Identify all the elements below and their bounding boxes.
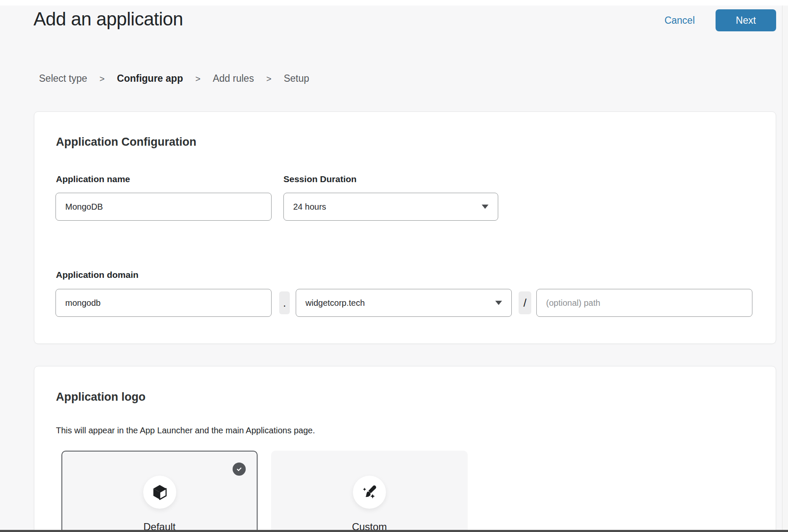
logo-heading: Application logo <box>56 391 145 404</box>
cancel-button[interactable]: Cancel <box>664 15 695 26</box>
step-setup[interactable]: Setup <box>284 73 309 84</box>
selected-check-badge <box>233 463 246 476</box>
step-configure-app[interactable]: Configure app <box>117 73 183 84</box>
application-name-label: Application name <box>56 174 130 184</box>
slash-separator: / <box>519 291 531 314</box>
next-button[interactable]: Next <box>716 9 776 31</box>
dropdown-caret-icon <box>495 301 502 305</box>
step-add-rules[interactable]: Add rules <box>213 73 254 84</box>
vertical-scrollbar[interactable] <box>782 6 788 530</box>
breadcrumb-separator: > <box>100 74 105 84</box>
page-title: Add an application <box>33 8 183 30</box>
path-input[interactable] <box>536 289 752 317</box>
logo-option-default[interactable]: Default <box>61 451 258 532</box>
application-name-input[interactable] <box>55 193 272 221</box>
custom-logo-circle <box>353 476 386 509</box>
domain-value: widgetcorp.tech <box>305 298 365 308</box>
session-duration-value: 24 hours <box>293 202 326 212</box>
header-actions: Cancel Next <box>664 9 776 31</box>
configuration-heading: Application Configuration <box>56 136 196 149</box>
logo-option-custom[interactable]: Custom <box>271 451 468 532</box>
session-duration-select[interactable]: 24 hours <box>283 193 498 221</box>
application-logo-card: Application logo This will appear in the… <box>34 366 776 532</box>
session-duration-label: Session Duration <box>283 174 357 184</box>
default-logo-circle <box>143 476 176 509</box>
breadcrumb-separator: > <box>195 74 200 84</box>
horizontal-scrollbar[interactable] <box>0 530 788 532</box>
step-select-type[interactable]: Select type <box>39 73 87 84</box>
cube-icon <box>151 484 168 501</box>
subdomain-input[interactable] <box>55 289 272 317</box>
check-icon <box>236 466 243 473</box>
breadcrumb-separator: > <box>266 74 271 84</box>
application-domain-label: Application domain <box>56 270 139 280</box>
top-strip <box>0 0 788 6</box>
dot-separator: . <box>279 291 290 314</box>
logo-description: This will appear in the App Launcher and… <box>56 426 315 435</box>
domain-select[interactable]: widgetcorp.tech <box>296 289 512 317</box>
breadcrumb: Select type > Configure app > Add rules … <box>39 73 309 84</box>
paintbrush-icon <box>361 484 378 501</box>
application-configuration-card: Application Configuration Application na… <box>34 111 776 344</box>
dropdown-caret-icon <box>482 205 488 209</box>
